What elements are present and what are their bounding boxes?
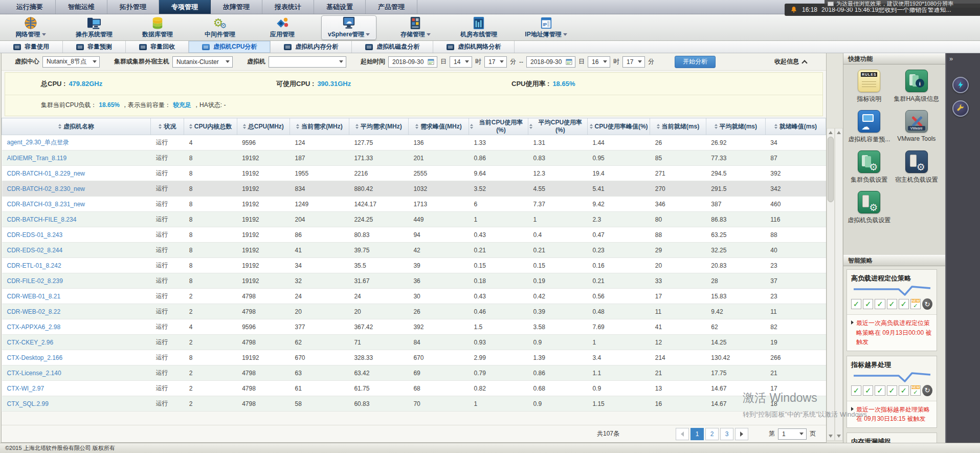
- cluster-select[interactable]: Nutanix-Cluster: [172, 56, 233, 68]
- quick-item-vm-load-settings[interactable]: ⚙虚拟机负载设置: [845, 191, 893, 225]
- column-header-0[interactable]: 虚拟机名称: [2, 118, 151, 135]
- scroll-down-arrow[interactable]: [837, 435, 841, 438]
- prev-page-button[interactable]: [676, 428, 689, 440]
- policy-check-icon[interactable]: ✓: [875, 299, 885, 309]
- vcenter-select[interactable]: Nutanix_8节点: [42, 56, 100, 68]
- subtab-capacity-recycle[interactable]: 容量回收: [126, 41, 189, 53]
- vm-name-link[interactable]: AIDIEMR_Tran_8.119: [7, 155, 67, 162]
- collapse-info-button[interactable]: 收起信息: [774, 57, 807, 66]
- vm-name-link[interactable]: CDR-BATCH-01_8.229_new: [7, 170, 85, 177]
- menu-item-topology-mgmt[interactable]: 拓扑管理: [107, 0, 159, 14]
- ribbon-item-vsphere[interactable]: ☁vSphere管理: [321, 15, 376, 40]
- vm-name-link[interactable]: CDR-EDS-02_8.244: [7, 247, 63, 254]
- start-hour-select[interactable]: 14: [450, 56, 472, 68]
- ribbon-item-ip-address[interactable]: IPIP地址簿管理: [519, 15, 573, 40]
- ribbon-item-middleware[interactable]: ⚙⚙中间件管理: [196, 15, 243, 40]
- end-minute-select[interactable]: 17: [622, 56, 645, 68]
- table-scrollbar[interactable]: [827, 128, 835, 441]
- scroll-down-arrow[interactable]: [829, 435, 833, 438]
- table-row[interactable]: CDR-ETL-01_8.242运行8191923435.5390.150.15…: [2, 258, 826, 273]
- page-button-2[interactable]: 2: [705, 428, 719, 440]
- table-row[interactable]: agent_29.30_单点登录运行49596124127.751361.331…: [2, 135, 826, 150]
- vm-name-link[interactable]: CDR-EDS-01_8.243: [7, 231, 63, 239]
- ribbon-item-cabling[interactable]: 机房布线管理: [454, 15, 503, 40]
- vm-name-link[interactable]: CTX-CKEY_2.96: [7, 339, 54, 346]
- policy-check-icon[interactable]: ✓: [851, 299, 861, 309]
- menu-item-smart-ops[interactable]: 智能运维: [56, 0, 107, 14]
- table-row[interactable]: CTX-CKEY_2.96运行247986271840.930.911214.2…: [2, 335, 826, 350]
- vm-name-link[interactable]: CDR-ETL-01_8.242: [7, 262, 61, 269]
- vm-name-link[interactable]: CDR-WEB-02_8.22: [7, 308, 61, 315]
- scroll-up-arrow[interactable]: [829, 131, 833, 134]
- table-row[interactable]: CDR-FILE-02_8.239运行8191923231.67360.180.…: [2, 273, 826, 289]
- table-row[interactable]: CTX-License_2.140运行247986363.42690.790.8…: [2, 365, 826, 381]
- policy-check-icon[interactable]: ✓: [887, 385, 897, 396]
- table-row[interactable]: CDR-BATCH-FILE_8.234运行819192204224.25449…: [2, 212, 826, 227]
- collapse-sidebar-icon[interactable]: »: [949, 55, 953, 62]
- table-row[interactable]: AIDIEMR_Tran_8.119运行819192187171.332010.…: [2, 150, 826, 166]
- vm-name-link[interactable]: CTX-WI_2.97: [7, 385, 44, 392]
- vm-name-link[interactable]: CDR-WEB-01_8.21: [7, 293, 61, 300]
- vm-name-link[interactable]: CDR-BATCH-02_8.230_new: [7, 185, 85, 192]
- column-header-12[interactable]: 就绪峰值(ms): [765, 118, 826, 135]
- column-header-7[interactable]: 当前CPU使用率(%): [469, 118, 528, 135]
- policy-new-check-icon[interactable]: NEW✓: [910, 385, 921, 396]
- vm-name-link[interactable]: CTX-APPXA6_2.98: [7, 323, 61, 331]
- table-row[interactable]: CDR-WEB-02_8.22运行247982020260.460.390.48…: [2, 304, 826, 319]
- end-hour-select[interactable]: 16: [588, 56, 610, 68]
- policy-check-icon[interactable]: ✓: [875, 385, 885, 396]
- policy-new-check-icon[interactable]: NEW✓: [910, 299, 921, 309]
- vm-select[interactable]: [269, 56, 346, 68]
- column-header-9[interactable]: CPU使用率峰值(%): [587, 118, 650, 135]
- table-row[interactable]: CDR-BATCH-01_8.229_new运行8191921955221625…: [2, 166, 826, 181]
- vm-name-link[interactable]: CDR-BATCH-03_8.231_new: [7, 201, 85, 208]
- column-header-1[interactable]: 状况: [150, 118, 184, 135]
- vm-name-link[interactable]: CTX-License_2.140: [7, 370, 61, 377]
- table-row[interactable]: CDR-EDS-02_8.244运行8191924139.75420.210.2…: [2, 243, 826, 258]
- quick-item-host-load-settings[interactable]: ⚙宿主机负载设置: [893, 150, 941, 184]
- policy-history-icon[interactable]: ↻: [922, 385, 932, 396]
- page-jump-select[interactable]: 1: [778, 428, 807, 440]
- quick-item-metric-help[interactable]: RULES指标说明: [845, 70, 893, 103]
- menu-item-special-mgmt[interactable]: 专项管理: [159, 0, 211, 14]
- column-header-10[interactable]: 当前就绪(ms): [650, 118, 706, 135]
- menu-item-report-stats[interactable]: 报表统计: [262, 0, 314, 14]
- column-header-4[interactable]: 当前需求(MHz): [289, 118, 349, 135]
- ribbon-item-network[interactable]: 网络管理: [7, 15, 54, 40]
- table-row[interactable]: CTX-APPXA6_2.98运行49596377367.423921.53.5…: [2, 319, 826, 335]
- subtab-capacity-forecast[interactable]: 容量预测: [63, 41, 126, 53]
- ribbon-item-os[interactable]: 操作系统管理: [70, 15, 119, 40]
- menu-item-basic-settings[interactable]: 基础设置: [314, 0, 366, 14]
- scrollbar-thumb[interactable]: [828, 137, 834, 202]
- column-header-3[interactable]: 总CPU(MHz): [237, 118, 289, 135]
- column-header-2[interactable]: CPU内核总数: [184, 118, 237, 135]
- table-row[interactable]: CDR-BATCH-03_8.231_new运行81919212491424.1…: [2, 197, 826, 212]
- end-date-input[interactable]: 2018-09-30: [526, 56, 575, 68]
- tools-button[interactable]: [952, 100, 969, 117]
- column-header-11[interactable]: 平均就绪(ms): [706, 118, 765, 135]
- table-row[interactable]: CTX_SQL.2.99运行247985860.837010.91.151614…: [2, 396, 826, 412]
- policy-check-icon[interactable]: ✓: [863, 299, 873, 309]
- vm-name-link[interactable]: CTX-Desktop_2.166: [7, 354, 63, 361]
- subtab-vm-cpu-analysis[interactable]: 虚拟机CPU分析: [189, 41, 271, 53]
- menu-item-product-mgmt[interactable]: 产品管理: [366, 0, 417, 14]
- menu-item-run-summary[interactable]: 运行摘要: [4, 0, 56, 14]
- column-header-5[interactable]: 平均需求(MHz): [349, 118, 408, 135]
- policy-check-icon[interactable]: ✓: [863, 385, 873, 396]
- column-header-8[interactable]: 平均CPU使用率(%): [528, 118, 587, 135]
- ribbon-item-database[interactable]: 数据库管理: [134, 15, 181, 40]
- quick-action-button[interactable]: [952, 77, 969, 93]
- policy-check-icon[interactable]: ✓: [851, 385, 861, 396]
- page-button-1[interactable]: 1: [691, 428, 704, 440]
- subtab-vm-disk-analysis[interactable]: 虚拟机磁盘分析: [352, 41, 433, 53]
- next-page-button[interactable]: [735, 428, 748, 440]
- page-scrollbar[interactable]: [835, 128, 843, 441]
- policy-check-icon[interactable]: ✓: [899, 299, 909, 309]
- table-row[interactable]: CTX-Desktop_2.166运行819192670328.336702.9…: [2, 350, 826, 365]
- policy-check-icon[interactable]: ✓: [887, 299, 897, 309]
- subtab-vm-network-analysis[interactable]: 虚拟机网络分析: [433, 41, 515, 53]
- quick-item-cluster-ha-info[interactable]: i集群HA高级信息: [893, 70, 941, 103]
- subtab-vm-memory-analysis[interactable]: 虚拟机内存分析: [271, 41, 352, 53]
- ribbon-item-storage[interactable]: 存储管理: [392, 15, 439, 40]
- policy-history-icon[interactable]: ↻: [922, 298, 932, 310]
